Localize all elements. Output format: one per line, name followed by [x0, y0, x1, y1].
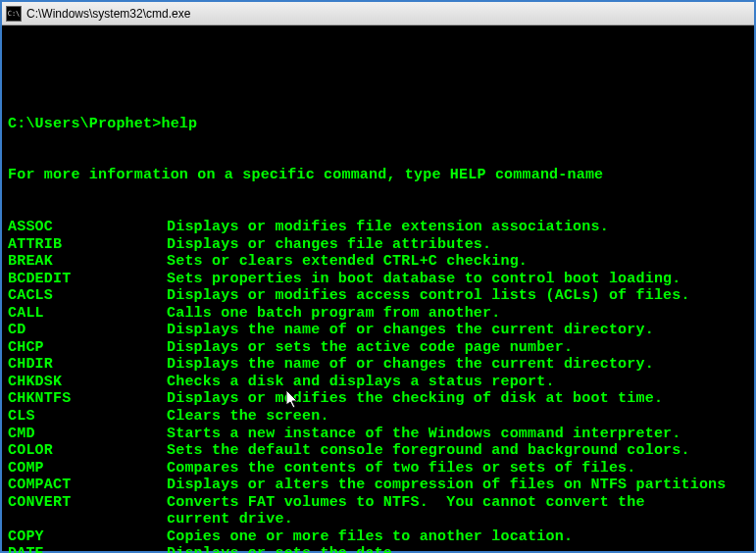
command-row: COMPCompares the contents of two files o…	[8, 460, 748, 478]
cmd-icon: C:\	[6, 6, 22, 22]
prompt-command: help	[161, 116, 197, 133]
command-name: CLS	[8, 408, 167, 426]
command-row: CHKDSKChecks a disk and displays a statu…	[8, 374, 748, 391]
command-desc: Calls one batch program from another.	[167, 305, 500, 323]
prompt-path: C:\Users\Prophet>	[8, 116, 161, 133]
command-row: COPYCopies one or more files to another …	[8, 528, 748, 546]
command-name: BCDEDIT	[8, 271, 167, 288]
blank-line	[8, 64, 748, 81]
command-row: CLSClears the screen.	[8, 408, 748, 426]
command-row: BREAKSets or clears extended CTRL+C chec…	[8, 253, 748, 271]
cmd-window: C:\ C:\Windows\system32\cmd.exe C:\Users…	[0, 0, 756, 553]
command-row: ATTRIBDisplays or changes file attribute…	[8, 236, 748, 254]
command-desc: Displays or alters the compression of fi…	[167, 477, 727, 494]
command-desc: Starts a new instance of the Windows com…	[167, 426, 680, 443]
terminal-area[interactable]: C:\Users\Prophet>help For more informati…	[2, 25, 754, 553]
prompt-line: C:\Users\Prophet>help	[8, 116, 748, 133]
command-desc: Displays or modifies access control list…	[167, 287, 690, 305]
command-name: DATE	[8, 545, 167, 553]
command-desc: Displays or sets the active code page nu…	[167, 339, 573, 357]
command-name: COPY	[8, 528, 167, 546]
command-desc: current drive.	[167, 511, 293, 528]
command-row: CONVERTConverts FAT volumes to NTFS. You…	[8, 494, 748, 512]
command-name: CD	[8, 322, 167, 339]
command-row: CHDIRDisplays the name of or changes the…	[8, 356, 748, 374]
command-desc: Copies one or more files to another loca…	[167, 528, 573, 546]
command-row: CHCPDisplays or sets the active code pag…	[8, 339, 748, 357]
window-title: C:\Windows\system32\cmd.exe	[26, 7, 190, 21]
titlebar[interactable]: C:\ C:\Windows\system32\cmd.exe	[2, 2, 754, 25]
command-name: CONVERT	[8, 494, 167, 512]
command-name: CHCP	[8, 339, 167, 357]
command-row: CALLCalls one batch program from another…	[8, 305, 748, 323]
command-row: CDDisplays the name of or changes the cu…	[8, 322, 748, 339]
command-row: CMDStarts a new instance of the Windows …	[8, 426, 748, 443]
command-desc: Compares the contents of two files or se…	[167, 460, 635, 478]
command-desc: Displays or modifies file extension asso…	[167, 219, 609, 236]
command-list: ASSOCDisplays or modifies file extension…	[8, 219, 748, 553]
command-desc: Checks a disk and displays a status repo…	[167, 374, 555, 391]
command-desc: Displays or modifies the checking of dis…	[167, 390, 663, 408]
command-desc: Displays the name of or changes the curr…	[167, 322, 654, 339]
command-row: COMPACTDisplays or alters the compressio…	[8, 477, 748, 494]
command-name: ASSOC	[8, 219, 167, 236]
command-name: BREAK	[8, 253, 167, 271]
command-name: CALL	[8, 305, 167, 323]
command-row: DATEDisplays or sets the date.	[8, 545, 748, 553]
command-desc: Clears the screen.	[167, 408, 329, 426]
command-name	[8, 511, 167, 528]
command-name: CMD	[8, 426, 167, 443]
command-desc: Sets or clears extended CTRL+C checking.	[167, 253, 528, 271]
command-desc: Displays or changes file attributes.	[167, 236, 491, 254]
command-name: CHKDSK	[8, 374, 167, 391]
command-desc: Displays or sets the date.	[167, 545, 401, 553]
command-desc: Displays the name of or changes the curr…	[167, 356, 654, 374]
command-row: CACLSDisplays or modifies access control…	[8, 287, 748, 305]
command-name: COMPACT	[8, 477, 167, 494]
command-name: CACLS	[8, 287, 167, 305]
command-desc: Sets properties in boot database to cont…	[167, 271, 680, 288]
command-row: CHKNTFSDisplays or modifies the checking…	[8, 390, 748, 408]
command-desc: Sets the default console foreground and …	[167, 442, 690, 460]
command-row: BCDEDITSets properties in boot database …	[8, 271, 748, 288]
command-row: COLORSets the default console foreground…	[8, 442, 748, 460]
command-name: COLOR	[8, 442, 167, 460]
command-row: ASSOCDisplays or modifies file extension…	[8, 219, 748, 236]
command-name: CHKNTFS	[8, 390, 167, 408]
command-name: COMP	[8, 460, 167, 478]
command-desc: Converts FAT volumes to NTFS. You cannot…	[167, 494, 645, 512]
command-name: ATTRIB	[8, 236, 167, 254]
command-name: CHDIR	[8, 356, 167, 374]
command-row: current drive.	[8, 511, 748, 528]
help-intro: For more information on a specific comma…	[8, 167, 748, 184]
